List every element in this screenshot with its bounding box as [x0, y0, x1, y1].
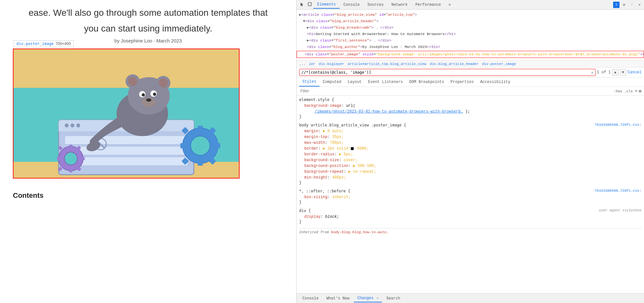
css-prop-box-sizing[interactable]: box-sizing: inherit; [299, 194, 641, 200]
color-swatch-black[interactable] [351, 147, 354, 150]
css-brace-close-1: } [299, 115, 641, 119]
html-line-poster[interactable]: <div class="poster_image" style="backgro… [297, 51, 644, 58]
html-line-blog-author[interactable]: <div class="blog_author">by Josephine Lo… [299, 44, 641, 50]
tab-inspect-icon[interactable] [306, 2, 313, 8]
styles-tab-dom-breakpoints[interactable]: DOM Breakpoints [406, 78, 447, 86]
svg-rect-29 [69, 145, 72, 148]
changes-tab-close[interactable]: ✕ [376, 296, 379, 300]
css-rules-area: element.style { background-image: url( /… [297, 96, 644, 293]
breadcrumb-ler[interactable]: ler [309, 62, 315, 66]
webpage-panel: ease. We'll also go through some automat… [0, 0, 296, 303]
filter-cls-button[interactable]: .cls [624, 89, 633, 93]
css-prop-min-height[interactable]: min-height: 400px; [299, 175, 641, 180]
tab-elements[interactable]: Elements [313, 1, 340, 9]
svg-rect-30 [69, 169, 72, 172]
html-line-h1[interactable]: <h1>Getting Started with Browserbear: Ho… [299, 31, 641, 37]
breadcrumb-article[interactable]: article#article_top.blog_article_view [348, 62, 426, 66]
html-line-first-sentence[interactable]: ▶<div class="first_sentence"> … </div> [299, 37, 641, 44]
settings-icon[interactable]: ⚙ [621, 2, 627, 8]
close-devtools-icon[interactable]: ✕ [636, 2, 643, 8]
css-rule-element-style: element.style { background-image: url( /… [299, 97, 641, 119]
bottom-tab-whats-new[interactable]: What's New [323, 295, 353, 302]
svg-point-40 [128, 77, 137, 86]
svg-point-7 [71, 124, 74, 127]
xpath-clear-button[interactable]: ✕ [590, 69, 595, 75]
css-prop-background-position[interactable]: background-position: ▶ 50% 50%; [299, 163, 641, 169]
contents-heading: Contents [13, 191, 283, 200]
html-line-breadcrumb[interactable]: ▶<div class="blog_breadcrumb"> … </div> [299, 24, 641, 31]
tab-network[interactable]: Network [387, 1, 411, 8]
svg-rect-20 [215, 143, 220, 148]
tab-more[interactable]: » [445, 1, 455, 8]
tab-console[interactable]: Console [340, 1, 364, 8]
tab-sources[interactable]: Sources [364, 1, 387, 8]
page-heading-1: ease. We'll also go through some automat… [13, 6, 283, 19]
bottom-tab-changes[interactable]: Changes ✕ [354, 295, 382, 302]
filter-add-icon[interactable]: + [635, 88, 637, 94]
bottom-tab-console[interactable]: Console [299, 295, 322, 302]
css-brace-close-4: } [299, 220, 641, 224]
css-property-background-image[interactable]: background-image: url( /images/ghost/202… [299, 103, 641, 115]
xpath-input[interactable] [299, 69, 590, 76]
breadcrumb-biglayer[interactable]: div.biglayer [319, 62, 344, 66]
svg-point-17 [196, 142, 204, 150]
styles-sub-tabs: Styles Computed Layout Event Listeners D… [297, 78, 644, 87]
styles-tab-styles[interactable]: Styles [299, 78, 319, 87]
css-selector-poster: body article.blog_article_view .poster_i… [299, 123, 641, 128]
rules-divider [299, 228, 641, 228]
css-bg-image-link[interactable]: /images/ghost/2023-03-01-how-to-automate… [315, 109, 463, 114]
notification-badge: 1 [613, 2, 620, 8]
more-options-icon[interactable]: ⋮ [629, 2, 635, 8]
css-prop-background-repeat[interactable]: background-repeat: ▶ no-repeat; [299, 169, 641, 175]
styles-tab-accessibility[interactable]: Accessibility [477, 78, 514, 86]
css-rule-div: div { user agent styleshee display: bloc… [299, 208, 641, 224]
breadcrumb-sep2 [316, 62, 318, 66]
css-selector-element-style: element.style { [299, 97, 641, 102]
breadcrumb-sep3 [345, 62, 347, 66]
css-selector-universal: *, ::after, ::before { 7616338b508…728fc… [299, 189, 641, 194]
filter-action-icons: + ⊞ [635, 88, 641, 94]
xpath-prev-button[interactable]: ▲ [612, 69, 619, 76]
css-source-useragent: user agent styleshee [599, 208, 641, 212]
svg-point-48 [146, 98, 151, 102]
breadcrumb-header[interactable]: div.blog_article_header [430, 62, 479, 66]
filter-row: :hov .cls + ⊞ [297, 87, 644, 96]
css-prop-background-size[interactable]: background-size: cover; [299, 157, 641, 163]
breadcrumb-row: ... ler div.biglayer article#article_top… [297, 61, 644, 68]
styles-tab-event-listeners[interactable]: Event Listeners [365, 78, 406, 86]
filter-hov-button[interactable]: :hov [614, 89, 622, 93]
filter-layout-icon[interactable]: ⊞ [639, 88, 641, 94]
breadcrumb-poster[interactable]: div.poster_image [482, 62, 516, 66]
html-line-header[interactable]: ▼<div class="blog_article_header"> [299, 18, 641, 24]
css-source-2[interactable]: 7616338b508…728fc.css: [595, 189, 641, 193]
svg-rect-10 [65, 147, 187, 155]
xpath-next-button[interactable]: ▼ [620, 69, 626, 76]
css-prop-border-radius[interactable]: border-radius: ▶ 5px; [299, 152, 641, 157]
tab-performance[interactable]: Performance [412, 1, 445, 8]
css-source-1[interactable]: 7616338b508…728fc.css: [595, 123, 641, 127]
bottom-tab-search[interactable]: Search [383, 295, 403, 302]
styles-filter-input[interactable] [299, 88, 614, 94]
svg-rect-31 [81, 157, 85, 160]
xpath-cancel-button[interactable]: Cancel [628, 70, 641, 75]
css-prop-margin[interactable]: margin: ▶ 0 auto; [299, 128, 641, 134]
xpath-input-wrap: ✕ [299, 69, 596, 76]
poster-image [14, 49, 239, 178]
css-prop-margin-top[interactable]: margin-top: 35px; [299, 134, 641, 140]
css-prop-max-width[interactable]: max-width: 700px; [299, 140, 641, 146]
svg-point-46 [153, 93, 156, 96]
tab-cursor-icon[interactable] [298, 2, 306, 8]
poster-image-container: div.poster_image 700×400 [13, 49, 240, 179]
styles-tab-properties[interactable]: Properties [447, 78, 477, 86]
css-prop-border[interactable]: border: ▶ 2px solid #000; [299, 146, 641, 152]
devtools-top-tabs: Elements Console Sources Network Perform… [297, 0, 644, 10]
css-prop-display[interactable]: display: block; [299, 214, 641, 220]
svg-point-6 [65, 124, 69, 127]
breadcrumb-ellipsis: ... [299, 62, 306, 66]
svg-rect-9 [65, 136, 187, 144]
styles-tab-layout[interactable]: Layout [345, 78, 365, 86]
styles-tab-computed[interactable]: Computed [319, 78, 345, 86]
html-line-article[interactable]: ▶<article class="blog_article_view" id="… [299, 12, 641, 18]
tooltip-size: 700×400 [56, 41, 71, 46]
inherited-from-link[interactable]: body.blog.blog_how-to-auto… [331, 230, 388, 234]
